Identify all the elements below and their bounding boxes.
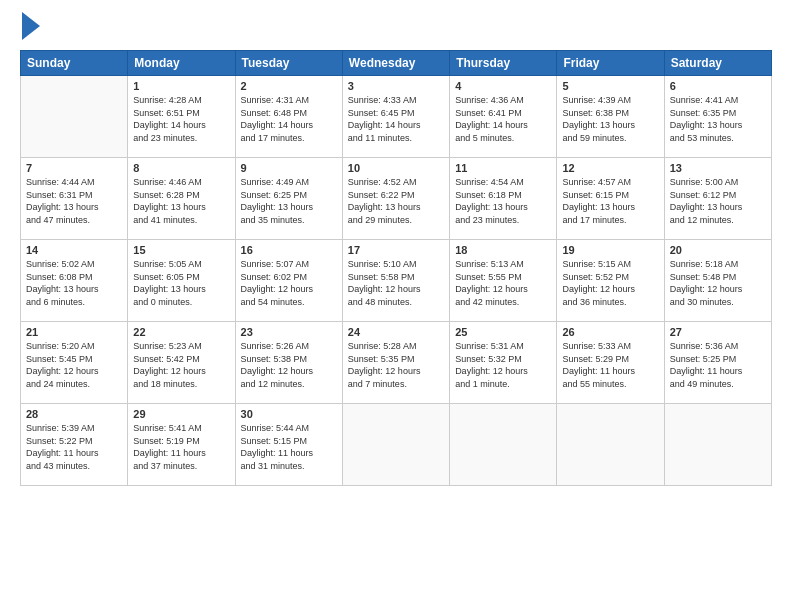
week-row-5: 28Sunrise: 5:39 AM Sunset: 5:22 PM Dayli… — [21, 404, 772, 486]
day-info: Sunrise: 4:57 AM Sunset: 6:15 PM Dayligh… — [562, 176, 658, 226]
calendar-cell: 25Sunrise: 5:31 AM Sunset: 5:32 PM Dayli… — [450, 322, 557, 404]
calendar-cell: 12Sunrise: 4:57 AM Sunset: 6:15 PM Dayli… — [557, 158, 664, 240]
day-info: Sunrise: 4:28 AM Sunset: 6:51 PM Dayligh… — [133, 94, 229, 144]
day-number: 12 — [562, 162, 658, 174]
day-info: Sunrise: 5:39 AM Sunset: 5:22 PM Dayligh… — [26, 422, 122, 472]
calendar-cell: 14Sunrise: 5:02 AM Sunset: 6:08 PM Dayli… — [21, 240, 128, 322]
weekday-friday: Friday — [557, 51, 664, 76]
calendar-cell — [557, 404, 664, 486]
week-row-3: 14Sunrise: 5:02 AM Sunset: 6:08 PM Dayli… — [21, 240, 772, 322]
day-number: 11 — [455, 162, 551, 174]
day-number: 4 — [455, 80, 551, 92]
day-info: Sunrise: 4:41 AM Sunset: 6:35 PM Dayligh… — [670, 94, 766, 144]
week-row-2: 7Sunrise: 4:44 AM Sunset: 6:31 PM Daylig… — [21, 158, 772, 240]
calendar-cell: 29Sunrise: 5:41 AM Sunset: 5:19 PM Dayli… — [128, 404, 235, 486]
day-info: Sunrise: 5:31 AM Sunset: 5:32 PM Dayligh… — [455, 340, 551, 390]
day-number: 27 — [670, 326, 766, 338]
weekday-saturday: Saturday — [664, 51, 771, 76]
calendar-cell — [450, 404, 557, 486]
day-info: Sunrise: 4:44 AM Sunset: 6:31 PM Dayligh… — [26, 176, 122, 226]
calendar-cell: 9Sunrise: 4:49 AM Sunset: 6:25 PM Daylig… — [235, 158, 342, 240]
day-number: 29 — [133, 408, 229, 420]
day-number: 21 — [26, 326, 122, 338]
calendar-cell: 21Sunrise: 5:20 AM Sunset: 5:45 PM Dayli… — [21, 322, 128, 404]
day-info: Sunrise: 5:36 AM Sunset: 5:25 PM Dayligh… — [670, 340, 766, 390]
day-number: 30 — [241, 408, 337, 420]
calendar-cell: 18Sunrise: 5:13 AM Sunset: 5:55 PM Dayli… — [450, 240, 557, 322]
day-number: 3 — [348, 80, 444, 92]
day-number: 13 — [670, 162, 766, 174]
day-info: Sunrise: 5:41 AM Sunset: 5:19 PM Dayligh… — [133, 422, 229, 472]
day-info: Sunrise: 5:05 AM Sunset: 6:05 PM Dayligh… — [133, 258, 229, 308]
day-info: Sunrise: 4:52 AM Sunset: 6:22 PM Dayligh… — [348, 176, 444, 226]
calendar-table: SundayMondayTuesdayWednesdayThursdayFrid… — [20, 50, 772, 486]
day-info: Sunrise: 5:28 AM Sunset: 5:35 PM Dayligh… — [348, 340, 444, 390]
weekday-thursday: Thursday — [450, 51, 557, 76]
calendar-cell: 1Sunrise: 4:28 AM Sunset: 6:51 PM Daylig… — [128, 76, 235, 158]
calendar-cell: 5Sunrise: 4:39 AM Sunset: 6:38 PM Daylig… — [557, 76, 664, 158]
day-info: Sunrise: 5:07 AM Sunset: 6:02 PM Dayligh… — [241, 258, 337, 308]
calendar-cell: 2Sunrise: 4:31 AM Sunset: 6:48 PM Daylig… — [235, 76, 342, 158]
day-info: Sunrise: 4:31 AM Sunset: 6:48 PM Dayligh… — [241, 94, 337, 144]
day-number: 25 — [455, 326, 551, 338]
day-number: 24 — [348, 326, 444, 338]
weekday-tuesday: Tuesday — [235, 51, 342, 76]
day-number: 22 — [133, 326, 229, 338]
weekday-wednesday: Wednesday — [342, 51, 449, 76]
day-info: Sunrise: 5:15 AM Sunset: 5:52 PM Dayligh… — [562, 258, 658, 308]
day-number: 9 — [241, 162, 337, 174]
day-info: Sunrise: 4:46 AM Sunset: 6:28 PM Dayligh… — [133, 176, 229, 226]
day-info: Sunrise: 5:44 AM Sunset: 5:15 PM Dayligh… — [241, 422, 337, 472]
calendar-cell: 15Sunrise: 5:05 AM Sunset: 6:05 PM Dayli… — [128, 240, 235, 322]
page: SundayMondayTuesdayWednesdayThursdayFrid… — [0, 0, 792, 612]
calendar-cell: 10Sunrise: 4:52 AM Sunset: 6:22 PM Dayli… — [342, 158, 449, 240]
day-number: 20 — [670, 244, 766, 256]
day-info: Sunrise: 5:10 AM Sunset: 5:58 PM Dayligh… — [348, 258, 444, 308]
day-info: Sunrise: 5:13 AM Sunset: 5:55 PM Dayligh… — [455, 258, 551, 308]
week-row-1: 1Sunrise: 4:28 AM Sunset: 6:51 PM Daylig… — [21, 76, 772, 158]
calendar-cell: 6Sunrise: 4:41 AM Sunset: 6:35 PM Daylig… — [664, 76, 771, 158]
calendar-cell: 11Sunrise: 4:54 AM Sunset: 6:18 PM Dayli… — [450, 158, 557, 240]
day-number: 16 — [241, 244, 337, 256]
header — [20, 16, 772, 40]
logo — [20, 16, 40, 40]
day-number: 14 — [26, 244, 122, 256]
calendar-cell — [664, 404, 771, 486]
calendar-cell: 24Sunrise: 5:28 AM Sunset: 5:35 PM Dayli… — [342, 322, 449, 404]
day-number: 28 — [26, 408, 122, 420]
day-number: 17 — [348, 244, 444, 256]
calendar-cell — [21, 76, 128, 158]
calendar-cell: 4Sunrise: 4:36 AM Sunset: 6:41 PM Daylig… — [450, 76, 557, 158]
day-number: 8 — [133, 162, 229, 174]
day-number: 6 — [670, 80, 766, 92]
day-info: Sunrise: 4:39 AM Sunset: 6:38 PM Dayligh… — [562, 94, 658, 144]
day-number: 2 — [241, 80, 337, 92]
day-info: Sunrise: 5:00 AM Sunset: 6:12 PM Dayligh… — [670, 176, 766, 226]
calendar-cell: 16Sunrise: 5:07 AM Sunset: 6:02 PM Dayli… — [235, 240, 342, 322]
day-info: Sunrise: 5:02 AM Sunset: 6:08 PM Dayligh… — [26, 258, 122, 308]
day-number: 18 — [455, 244, 551, 256]
day-info: Sunrise: 4:36 AM Sunset: 6:41 PM Dayligh… — [455, 94, 551, 144]
day-number: 26 — [562, 326, 658, 338]
calendar-cell: 17Sunrise: 5:10 AM Sunset: 5:58 PM Dayli… — [342, 240, 449, 322]
calendar-cell: 7Sunrise: 4:44 AM Sunset: 6:31 PM Daylig… — [21, 158, 128, 240]
day-info: Sunrise: 5:33 AM Sunset: 5:29 PM Dayligh… — [562, 340, 658, 390]
svg-marker-0 — [22, 12, 40, 40]
day-number: 7 — [26, 162, 122, 174]
day-info: Sunrise: 5:23 AM Sunset: 5:42 PM Dayligh… — [133, 340, 229, 390]
day-info: Sunrise: 5:18 AM Sunset: 5:48 PM Dayligh… — [670, 258, 766, 308]
calendar-cell: 3Sunrise: 4:33 AM Sunset: 6:45 PM Daylig… — [342, 76, 449, 158]
day-number: 5 — [562, 80, 658, 92]
day-number: 23 — [241, 326, 337, 338]
day-number: 19 — [562, 244, 658, 256]
calendar-cell: 13Sunrise: 5:00 AM Sunset: 6:12 PM Dayli… — [664, 158, 771, 240]
day-info: Sunrise: 5:26 AM Sunset: 5:38 PM Dayligh… — [241, 340, 337, 390]
calendar-cell: 20Sunrise: 5:18 AM Sunset: 5:48 PM Dayli… — [664, 240, 771, 322]
day-number: 1 — [133, 80, 229, 92]
day-info: Sunrise: 4:49 AM Sunset: 6:25 PM Dayligh… — [241, 176, 337, 226]
week-row-4: 21Sunrise: 5:20 AM Sunset: 5:45 PM Dayli… — [21, 322, 772, 404]
day-info: Sunrise: 4:54 AM Sunset: 6:18 PM Dayligh… — [455, 176, 551, 226]
weekday-monday: Monday — [128, 51, 235, 76]
logo-icon — [22, 12, 40, 40]
weekday-header-row: SundayMondayTuesdayWednesdayThursdayFrid… — [21, 51, 772, 76]
